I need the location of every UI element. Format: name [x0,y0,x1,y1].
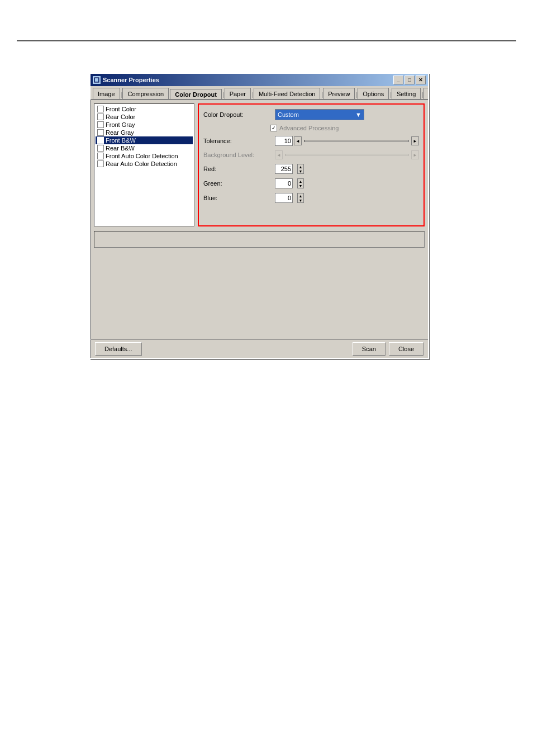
image-list-panel: Front Color Rear Color Front Gray Rear G… [94,103,194,226]
tolerance-arrow-right[interactable]: ► [411,136,419,145]
background-level-label: Background Level: [203,152,270,158]
dialog-footer: Defaults... Scan Close [91,339,428,358]
list-item-front-auto[interactable]: Front Auto Color Detection [96,152,193,160]
tab-paper[interactable]: Paper [225,88,251,99]
dialog-content: Front Color Rear Color Front Gray Rear G… [91,100,428,337]
checkbox-rear-auto[interactable] [97,160,104,167]
background-level-slider-track [285,154,409,156]
blue-label: Blue: [203,195,270,201]
title-bar-buttons: _ □ ✕ [393,75,426,84]
footer-right-buttons: Scan Close [353,342,423,356]
tab-imprinter[interactable]: Imprinter [423,88,428,99]
color-dropout-label: Color Dropout: [203,111,270,118]
tab-preview[interactable]: Preview [323,88,355,99]
list-item-rear-bw[interactable]: Rear B&W [96,144,193,152]
close-title-button[interactable]: ✕ [416,75,426,84]
tolerance-slider-track[interactable] [304,140,409,142]
tab-color-dropout[interactable]: Color Dropout [170,89,222,100]
tab-setting[interactable]: Setting [392,88,421,99]
empty-area [94,250,425,334]
blue-spin-down[interactable]: ▼ [298,198,303,202]
settings-panel: Color Dropout: Custom ▼ Advanced Process… [198,103,425,226]
tolerance-label: Tolerance: [203,138,270,144]
checkbox-front-color[interactable] [97,106,104,112]
list-item-rear-color[interactable]: Rear Color [96,113,193,121]
checkbox-rear-gray[interactable] [97,129,104,136]
scan-button[interactable]: Scan [353,342,386,356]
list-item-front-bw[interactable]: Front B&W [96,136,193,144]
checkbox-front-auto[interactable] [97,153,104,159]
advanced-processing-label: Advanced Processing [279,125,339,131]
minimize-button[interactable]: _ [393,75,403,84]
red-spinbox[interactable]: 255 [275,164,293,174]
maximize-button[interactable]: □ [404,75,415,84]
title-bar-left: Scanner Properties [93,76,159,84]
tab-bar: Image | Compression Color Dropout | Pape… [91,86,428,100]
tab-image[interactable]: Image [93,88,120,99]
green-row: Green: 0 ▲ ▼ [203,178,419,188]
checkbox-front-bw[interactable] [97,137,104,144]
color-dropout-dropdown[interactable]: Custom ▼ [275,109,364,120]
dialog-title: Scanner Properties [103,77,159,83]
red-spin-down[interactable]: ▼ [298,169,303,173]
dropdown-arrow-icon: ▼ [355,111,361,118]
svg-rect-1 [95,78,98,82]
scanner-properties-dialog: Scanner Properties _ □ ✕ Image | Compres… [89,73,429,359]
tolerance-slider-container: 10 ◄ ► [275,136,419,146]
green-label: Green: [203,180,270,187]
preview-area [94,231,425,248]
dialog-icon [93,76,101,84]
checkbox-rear-color[interactable] [97,114,104,120]
red-spin-arrows[interactable]: ▲ ▼ [297,164,304,174]
checkbox-advanced-processing[interactable] [270,125,277,131]
blue-row: Blue: 0 ▲ ▼ [203,193,419,203]
background-level-slider-container: ◄ ► [275,150,419,159]
color-dropout-dropdown-container: Custom ▼ [275,109,364,120]
blue-spin-up[interactable]: ▲ [298,193,303,198]
red-label: Red: [203,166,270,172]
checkbox-rear-bw[interactable] [97,145,104,152]
background-level-arrow-left: ◄ [275,150,283,159]
checkbox-front-gray[interactable] [97,121,104,128]
page-background: Scanner Properties _ □ ✕ Image | Compres… [0,0,533,756]
top-rule [17,40,516,41]
list-item-front-gray[interactable]: Front Gray [96,121,193,129]
main-panel: Front Color Rear Color Front Gray Rear G… [94,103,425,226]
background-level-arrow-right: ► [411,150,419,159]
tab-compression[interactable]: Compression [122,88,169,99]
list-item-front-color[interactable]: Front Color [96,105,193,113]
tab-options[interactable]: Options [358,88,389,99]
close-button[interactable]: Close [389,342,423,356]
green-spinbox[interactable]: 0 [275,178,293,188]
green-spin-up[interactable]: ▲ [298,179,303,183]
green-spin-arrows[interactable]: ▲ ▼ [297,178,304,188]
blue-spin-arrows[interactable]: ▲ ▼ [297,193,304,203]
color-dropout-row: Color Dropout: Custom ▼ [203,109,419,120]
tolerance-arrow-left[interactable]: ◄ [294,136,302,145]
red-row: Red: 255 ▲ ▼ [203,164,419,174]
green-spin-down[interactable]: ▼ [298,183,303,188]
red-spin-up[interactable]: ▲ [298,164,303,169]
background-level-row: Background Level: ◄ ► [203,150,419,159]
title-bar: Scanner Properties _ □ ✕ [91,74,428,86]
defaults-button[interactable]: Defaults... [95,342,142,356]
list-item-rear-gray[interactable]: Rear Gray [96,129,193,136]
tolerance-row: Tolerance: 10 ◄ ► [203,136,419,146]
list-item-rear-auto[interactable]: Rear Auto Color Detection [96,160,193,168]
blue-spinbox[interactable]: 0 [275,193,293,203]
tolerance-spinbox[interactable]: 10 [275,136,293,146]
tab-multifeed[interactable]: Multi-Feed Detection [254,88,321,99]
advanced-processing-row: Advanced Processing [203,125,419,131]
